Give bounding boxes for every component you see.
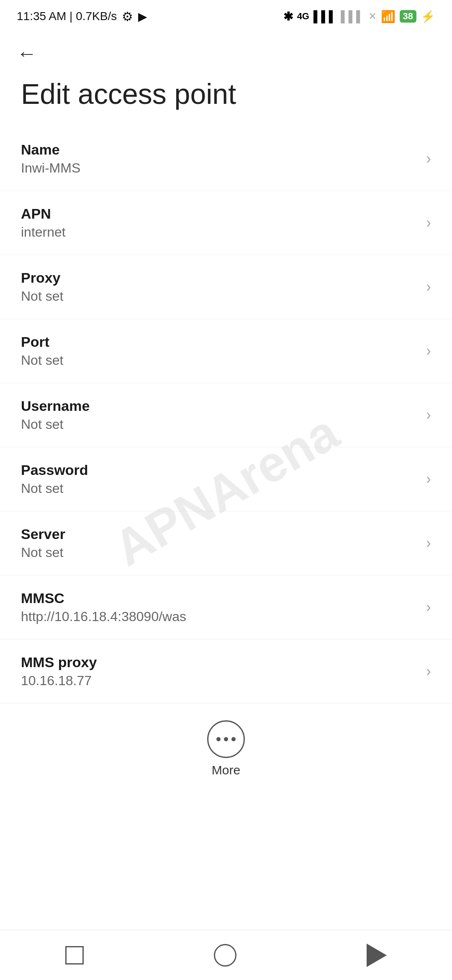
signal-icon-2: ▌▌▌: [341, 10, 364, 23]
back-icon: [367, 944, 387, 967]
settings-item-content: PasswordNot set: [21, 462, 418, 496]
settings-field-label: Port: [21, 334, 418, 350]
more-label: More: [212, 763, 240, 777]
chevron-right-icon: ›: [426, 598, 431, 616]
home-button[interactable]: [214, 944, 236, 967]
chevron-right-icon: ›: [426, 342, 431, 360]
chevron-right-icon: ›: [426, 214, 431, 232]
settings-field-value: internet: [21, 224, 418, 240]
settings-item-content: MMS proxy10.16.18.77: [21, 654, 418, 689]
more-dot-2: [224, 737, 228, 741]
settings-list: NameInwi-MMS›APNinternet›ProxyNot set›Po…: [0, 127, 452, 704]
settings-item[interactable]: ServerNot set›: [0, 511, 452, 575]
signal-x-icon: ✕: [368, 10, 377, 22]
bluetooth-icon: ✱: [283, 10, 293, 23]
camera-icon: ▶: [138, 10, 147, 23]
settings-field-label: Password: [21, 462, 418, 478]
settings-item[interactable]: MMSChttp://10.16.18.4:38090/was›: [0, 575, 452, 640]
settings-field-label: Proxy: [21, 270, 418, 286]
signal-icon-1: ▌▌▌: [313, 10, 336, 23]
settings-field-value: 10.16.18.77: [21, 673, 418, 689]
settings-field-label: Server: [21, 526, 418, 542]
charging-icon: ⚡: [421, 10, 435, 23]
chevron-right-icon: ›: [426, 278, 431, 296]
settings-item[interactable]: APNinternet›: [0, 191, 452, 255]
chevron-right-icon: ›: [426, 406, 431, 424]
settings-item-content: MMSChttp://10.16.18.4:38090/was: [21, 590, 418, 624]
settings-item[interactable]: UsernameNot set›: [0, 383, 452, 447]
settings-field-label: APN: [21, 206, 418, 222]
settings-field-value: http://10.16.18.4:38090/was: [21, 609, 418, 624]
more-dot-3: [231, 737, 236, 741]
settings-item[interactable]: PasswordNot set›: [0, 447, 452, 511]
battery-percent: 38: [403, 11, 413, 22]
status-bar: 11:35 AM | 0.7KB/s ⚙ ▶ ✱ 4G ▌▌▌ ▌▌▌ ✕ 📶 …: [0, 0, 452, 29]
more-button[interactable]: More: [0, 704, 452, 794]
network-4g-icon: 4G: [297, 11, 309, 22]
recents-icon: [65, 946, 84, 965]
time-text: 11:35 AM | 0.7KB/s: [17, 10, 117, 23]
more-circle-icon: [207, 720, 245, 758]
chevron-right-icon: ›: [426, 150, 431, 168]
back-nav[interactable]: ←: [0, 29, 452, 69]
settings-item[interactable]: MMS proxy10.16.18.77›: [0, 640, 452, 704]
page-title: Edit access point: [0, 69, 452, 127]
back-button[interactable]: ←: [17, 42, 37, 65]
settings-field-label: MMSC: [21, 590, 418, 606]
settings-item[interactable]: NameInwi-MMS›: [0, 127, 452, 191]
wifi-icon: 📶: [381, 10, 396, 23]
chevron-right-icon: ›: [426, 663, 431, 680]
settings-field-label: Username: [21, 398, 418, 414]
back-nav-button[interactable]: [367, 944, 387, 967]
settings-item-content: APNinternet: [21, 206, 418, 240]
home-icon: [214, 944, 236, 967]
settings-item[interactable]: ProxyNot set›: [0, 255, 452, 319]
more-dot-1: [216, 737, 221, 741]
settings-item-content: UsernameNot set: [21, 398, 418, 432]
settings-field-value: Not set: [21, 353, 418, 368]
chevron-right-icon: ›: [426, 470, 431, 488]
settings-field-label: MMS proxy: [21, 654, 418, 671]
settings-item[interactable]: PortNot set›: [0, 319, 452, 383]
settings-item-content: NameInwi-MMS: [21, 142, 418, 176]
settings-field-value: Not set: [21, 481, 418, 496]
settings-icon: ⚙: [122, 9, 133, 24]
settings-field-value: Not set: [21, 417, 418, 432]
chevron-right-icon: ›: [426, 534, 431, 552]
settings-item-content: ServerNot set: [21, 526, 418, 560]
settings-item-content: PortNot set: [21, 334, 418, 368]
settings-field-value: Inwi-MMS: [21, 160, 418, 176]
settings-field-value: Not set: [21, 289, 418, 304]
status-time: 11:35 AM | 0.7KB/s ⚙ ▶: [17, 9, 147, 24]
bottom-nav: [0, 930, 452, 980]
recents-button[interactable]: [65, 946, 84, 965]
settings-item-content: ProxyNot set: [21, 270, 418, 304]
content-area: NameInwi-MMS›APNinternet›ProxyNot set›Po…: [0, 127, 452, 853]
settings-field-value: Not set: [21, 545, 418, 560]
battery-indicator: 38: [400, 10, 416, 23]
settings-field-label: Name: [21, 142, 418, 158]
status-icons: ✱ 4G ▌▌▌ ▌▌▌ ✕ 📶 38 ⚡: [283, 10, 435, 23]
